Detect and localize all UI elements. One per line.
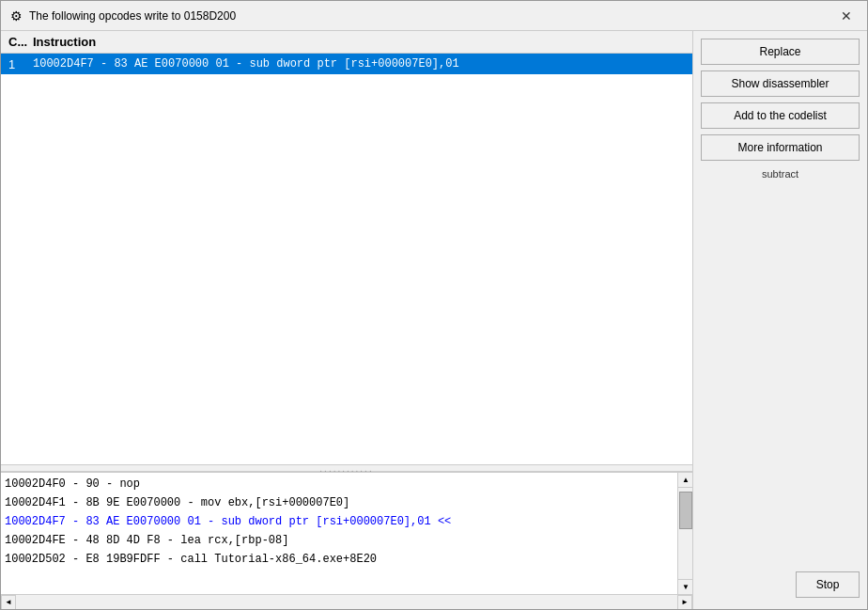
code-line: 10002D4F0 - 90 - nop [5, 475, 674, 493]
horizontal-scrollbar[interactable]: ◄ ► [1, 594, 692, 609]
vertical-scrollbar[interactable]: ▲ ▼ [677, 473, 692, 594]
content-area: C... Instruction 1 10002D4F7 - 83 AE E00… [1, 31, 867, 609]
bottom-code-panel: 10002D4F0 - 90 - nop 10002D4F1 - 8B 9E E… [1, 472, 692, 594]
stop-button[interactable]: Stop [796, 571, 860, 598]
table-header: C... Instruction [1, 31, 692, 54]
replace-button[interactable]: Replace [701, 39, 860, 65]
code-line-highlight: 10002D4F7 - 83 AE E0070000 01 - sub dwor… [5, 512, 674, 531]
stop-btn-area: Stop [701, 568, 860, 602]
close-button[interactable]: ✕ [833, 3, 860, 29]
window-title: The following opcodes write to 0158D200 [29, 9, 833, 23]
add-to-codelist-button[interactable]: Add to the codelist [701, 102, 860, 129]
more-info-subtitle: subtract [701, 168, 860, 180]
col-c-header: C... [5, 35, 33, 49]
scroll-thumb[interactable] [679, 492, 692, 529]
row-instruction-value: 10002D4F7 - 83 AE E0070000 01 - sub dwor… [33, 57, 689, 70]
code-line: 10002D4F1 - 8B 9E E0070000 - mov ebx,[rs… [5, 493, 674, 512]
right-panel: Replace Show disassembler Add to the cod… [693, 31, 867, 609]
scroll-right-button[interactable]: ► [677, 595, 692, 610]
scroll-up-button[interactable]: ▲ [678, 473, 692, 488]
title-bar: ⚙ The following opcodes write to 0158D20… [1, 1, 867, 31]
code-content[interactable]: 10002D4F0 - 90 - nop 10002D4F1 - 8B 9E E… [1, 473, 677, 594]
table-body[interactable]: 1 10002D4F7 - 83 AE E0070000 01 - sub dw… [1, 54, 692, 464]
code-line: 10002D502 - E8 19B9FDFF - call Tutorial-… [5, 550, 674, 569]
scroll-down-button[interactable]: ▼ [678, 579, 692, 594]
left-panel: C... Instruction 1 10002D4F7 - 83 AE E00… [1, 31, 693, 609]
scroll-left-button[interactable]: ◄ [1, 595, 16, 610]
more-information-button[interactable]: More information [701, 134, 860, 161]
table-row[interactable]: 1 10002D4F7 - 83 AE E0070000 01 - sub dw… [1, 54, 692, 74]
app-icon: ⚙ [8, 8, 23, 23]
main-window: ⚙ The following opcodes write to 0158D20… [0, 0, 868, 610]
divider: ............ [1, 464, 692, 472]
h-scroll-track[interactable] [16, 595, 677, 610]
row-c-value: 1 [5, 57, 33, 71]
right-spacer [701, 185, 860, 562]
col-instruction-header: Instruction [33, 35, 689, 49]
code-line: 10002D4FE - 48 8D 4D F8 - lea rcx,[rbp-0… [5, 531, 674, 550]
show-disassembler-button[interactable]: Show disassembler [701, 70, 860, 97]
